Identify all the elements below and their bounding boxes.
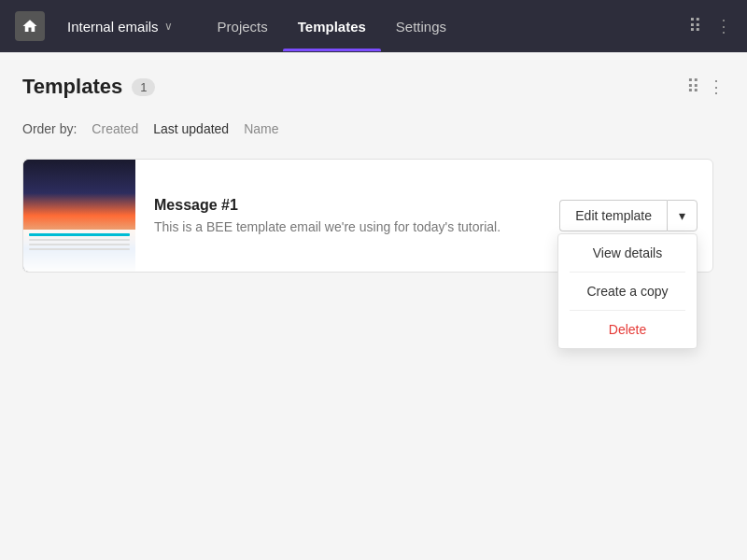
order-by-label: Order by: (22, 121, 77, 136)
workspace-selector[interactable]: Internal emails ∨ (67, 19, 173, 35)
order-by-last-updated[interactable]: Last updated (146, 118, 236, 140)
template-info: Message #1 This is a BEE template email … (135, 182, 559, 249)
header-icons: ⠿ ⋮ (686, 76, 725, 98)
order-bar: Order by: Created Last updated Name (22, 118, 725, 140)
view-grid-icon[interactable]: ⠿ (686, 76, 700, 98)
nav-right: ⠿ ⋮ (688, 15, 732, 37)
template-description: This is a BEE template email we're using… (154, 219, 541, 234)
template-card: Message #1 This is a BEE template email … (22, 159, 713, 273)
page-more-icon[interactable]: ⋮ (708, 77, 725, 97)
page-header: Templates 1 ⠿ ⋮ (22, 75, 725, 99)
nav-links: Projects Templates Settings (203, 2, 461, 51)
nav-link-settings[interactable]: Settings (381, 2, 461, 51)
template-count-badge: 1 (132, 78, 155, 96)
delete-button[interactable]: Delete (558, 311, 697, 348)
nav-link-projects[interactable]: Projects (203, 2, 283, 51)
page-content: Templates 1 ⠿ ⋮ Order by: Created Last u… (0, 52, 747, 295)
nav-link-templates[interactable]: Templates (283, 2, 381, 51)
dropdown-arrow-icon: ▾ (679, 208, 685, 223)
page-title: Templates (22, 75, 122, 99)
order-by-name[interactable]: Name (236, 118, 286, 140)
create-copy-button[interactable]: Create a copy (558, 273, 697, 310)
view-details-button[interactable]: View details (558, 234, 697, 272)
edit-template-button[interactable]: Edit template (559, 200, 667, 231)
page-title-group: Templates 1 (22, 75, 155, 99)
template-thumbnail (23, 160, 135, 272)
more-options-icon[interactable]: ⋮ (715, 16, 732, 36)
top-nav: Internal emails ∨ Projects Templates Set… (0, 0, 747, 52)
template-name: Message #1 (154, 197, 541, 214)
order-by-created[interactable]: Created (84, 118, 146, 140)
grid-dots-icon[interactable]: ⠿ (688, 15, 704, 37)
workspace-chevron-icon: ∨ (164, 20, 173, 33)
home-button[interactable] (15, 11, 45, 41)
template-dropdown-menu: View details Create a copy Delete (557, 233, 698, 349)
dropdown-toggle-button[interactable]: ▾ (667, 200, 698, 231)
workspace-label: Internal emails (67, 19, 159, 35)
edit-button-group: Edit template ▾ View details Create a co… (559, 200, 698, 231)
